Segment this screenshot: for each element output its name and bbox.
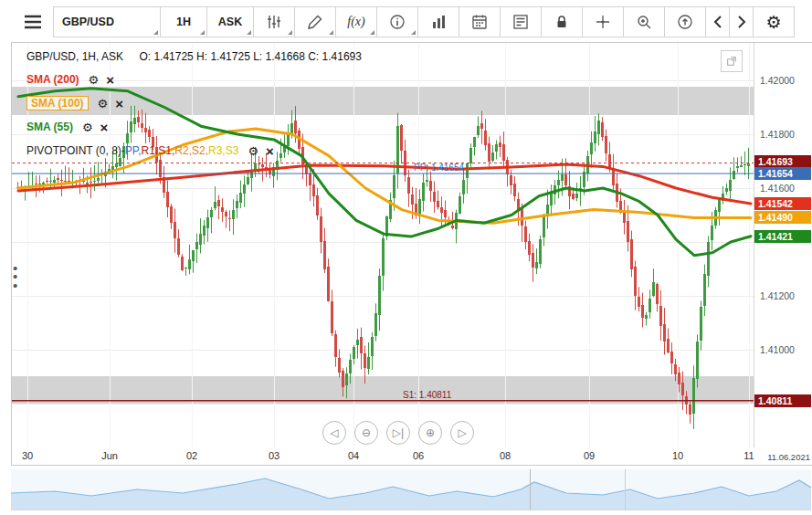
magnifier-icon bbox=[636, 14, 652, 30]
pivot-level-label: S2, bbox=[192, 144, 208, 157]
legend-remove-icon[interactable]: × bbox=[100, 121, 109, 134]
legend-sma-200: SMA (200)⚙× bbox=[26, 70, 274, 89]
price-type-label: ASK bbox=[218, 16, 242, 28]
menu-button[interactable] bbox=[12, 6, 54, 37]
indicators-button[interactable] bbox=[253, 6, 295, 37]
cloud-save-button[interactable] bbox=[664, 6, 706, 37]
function-button[interactable]: f(x) bbox=[335, 6, 377, 37]
pivot-level-label: R3, bbox=[208, 144, 226, 157]
zoom-in-button[interactable]: ⊕ bbox=[418, 421, 442, 445]
price-tick: 1.41000 bbox=[760, 344, 795, 355]
pivot-legend-prefix: PIVOTPOINT (0, 8) bbox=[26, 144, 121, 157]
price-type-select[interactable]: ASK bbox=[206, 6, 254, 37]
price-badge: 1.41693 bbox=[754, 155, 811, 168]
legend-sma-100-label: SMA (100) bbox=[26, 96, 89, 110]
price-tick: 1.41600 bbox=[760, 183, 795, 194]
chart-type-button[interactable] bbox=[417, 6, 459, 37]
info-button[interactable] bbox=[376, 6, 418, 37]
legend-remove-icon[interactable]: × bbox=[266, 144, 274, 158]
panel-drag-handle[interactable]: ••• bbox=[13, 264, 17, 289]
legend-remove-icon[interactable]: × bbox=[115, 97, 123, 110]
scroll-right-button[interactable] bbox=[729, 6, 754, 37]
pivot-level-label: S1, bbox=[158, 144, 174, 157]
bar-chart-icon bbox=[430, 14, 447, 30]
symbol-select[interactable]: GBP/USD bbox=[53, 6, 161, 37]
indicator-legend: SMA (200)⚙×SMA (100)⚙×SMA (55)⚙×PIVOTPOI… bbox=[26, 70, 274, 165]
legend-sma-55-label: SMA (55) bbox=[26, 121, 73, 133]
legend-pivotpoint: PIVOTPOINT (0, 8) - PP, R1, S1, R2, S2, … bbox=[26, 142, 274, 160]
x-axis-label: 04 bbox=[348, 450, 359, 461]
function-label: f(x) bbox=[347, 15, 364, 29]
calendar-button[interactable] bbox=[459, 6, 501, 37]
x-axis-label: 09 bbox=[584, 450, 595, 461]
calendar-icon bbox=[471, 14, 488, 30]
lock-icon bbox=[554, 14, 570, 30]
quote-board-button[interactable] bbox=[500, 6, 542, 37]
price-badge: 1.40811 bbox=[754, 394, 811, 407]
price-tick: 1.42000 bbox=[760, 75, 795, 86]
price-badge: 1.41654 bbox=[754, 167, 811, 180]
legend-sma-55: SMA (55)⚙× bbox=[26, 118, 274, 136]
x-axis-label: 08 bbox=[500, 450, 511, 461]
pivot-level-label: R1, bbox=[142, 144, 159, 157]
play-button[interactable]: ▷ bbox=[450, 421, 474, 445]
pivot-level-label: S3 bbox=[226, 144, 239, 157]
cloud-upload-icon bbox=[677, 14, 693, 30]
price-axis[interactable]: 1.420001.418001.416001.412001.410001.416… bbox=[754, 43, 812, 447]
timeframe-select[interactable]: 1H bbox=[160, 6, 207, 37]
x-axis-label: 11 bbox=[743, 450, 754, 461]
price-tick: 1.41800 bbox=[760, 129, 795, 140]
pivot-level-label: R2, bbox=[174, 144, 192, 157]
ohlc-readout: O: 1.41725 H: 1.41725 L: 1.41668 C: 1.41… bbox=[139, 50, 362, 63]
popout-button[interactable] bbox=[721, 50, 743, 72]
zoom-button[interactable] bbox=[623, 6, 665, 37]
legend-settings-icon[interactable]: ⚙ bbox=[98, 98, 109, 110]
chart-symbol-title: GBP/USD, 1H, ASK bbox=[26, 50, 123, 63]
pencil-icon bbox=[307, 14, 323, 30]
x-axis-label: 02 bbox=[186, 450, 197, 461]
zoom-out-button[interactable]: ⊖ bbox=[354, 421, 378, 445]
toolbar: GBP/USD 1H ASK f(x) bbox=[13, 6, 795, 37]
legend-sma-200-label: SMA (200) bbox=[26, 73, 79, 86]
pivot-level-label: PP, bbox=[125, 144, 142, 157]
popout-icon bbox=[727, 55, 736, 68]
x-axis-label: 06 bbox=[413, 450, 424, 461]
price-badge: 1.41490 bbox=[754, 211, 811, 224]
legend-sma-100: SMA (100)⚙× bbox=[26, 94, 274, 112]
scroll-left-button[interactable] bbox=[705, 6, 730, 37]
crosshair-button[interactable] bbox=[582, 6, 624, 37]
go-to-end-button[interactable]: ▷| bbox=[386, 421, 410, 445]
price-badge: 1.41542 bbox=[754, 197, 811, 210]
symbol-label: GBP/USD bbox=[62, 16, 114, 28]
x-axis-label: Jun bbox=[101, 450, 118, 461]
range-navigator[interactable] bbox=[11, 469, 811, 510]
chevron-left-icon bbox=[712, 16, 723, 28]
x-axis-label: 03 bbox=[269, 450, 279, 461]
lock-button[interactable] bbox=[541, 6, 583, 37]
chart-plot-area[interactable]: PP: 1.41654S1: 1.40811 GBP/USD, 1H, ASK … bbox=[12, 43, 754, 447]
svg-text:PP: 1.41654: PP: 1.41654 bbox=[414, 163, 464, 173]
axis-date-label: 11.06.2021 bbox=[767, 452, 810, 462]
legend-remove-icon[interactable]: × bbox=[106, 73, 114, 87]
timeframe-label: 1H bbox=[176, 16, 191, 28]
chevron-right-icon bbox=[736, 16, 747, 28]
legend-settings-icon[interactable]: ⚙ bbox=[248, 145, 258, 157]
info-icon bbox=[389, 14, 406, 30]
time-axis[interactable]: 11.06.2021 30Jun0203040608091011 bbox=[12, 448, 812, 464]
gear-icon: ⚙ bbox=[765, 14, 781, 31]
svg-text:S1: 1.40811: S1: 1.40811 bbox=[403, 390, 452, 400]
price-tick: 1.41200 bbox=[760, 290, 795, 301]
menu-icon bbox=[24, 15, 42, 29]
navigator-chart[interactable] bbox=[11, 469, 811, 510]
indicators-icon bbox=[266, 14, 282, 30]
legend-settings-icon[interactable]: ⚙ bbox=[89, 74, 100, 86]
chart-title: GBP/USD, 1H, ASK O: 1.41725 H: 1.41725 L… bbox=[26, 50, 362, 63]
quote-board-icon bbox=[512, 14, 529, 30]
draw-button[interactable] bbox=[294, 6, 336, 37]
chart-nav-controls: ◁⊖▷|⊕▷ bbox=[322, 421, 474, 445]
x-axis-label: 10 bbox=[672, 450, 683, 461]
settings-button[interactable]: ⚙ bbox=[753, 6, 795, 37]
step-back-button[interactable]: ◁ bbox=[322, 421, 346, 445]
trading-platform: GBP/USD 1H ASK f(x) bbox=[0, 0, 812, 515]
legend-settings-icon[interactable]: ⚙ bbox=[82, 121, 93, 133]
